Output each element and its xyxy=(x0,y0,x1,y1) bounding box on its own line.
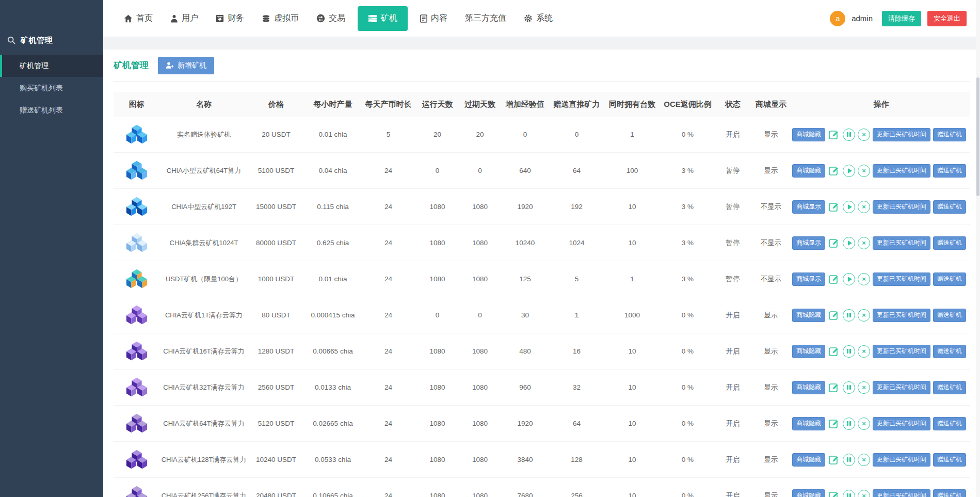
pause-icon[interactable] xyxy=(843,129,855,141)
exp-gain: 125 xyxy=(501,275,550,283)
close-icon[interactable]: × xyxy=(858,129,870,141)
update-bought-time-button[interactable]: 更新已买矿机时间 xyxy=(873,236,930,250)
play-icon[interactable] xyxy=(843,201,855,213)
mall-toggle-button[interactable]: 商城隐藏 xyxy=(792,164,825,178)
gift-miner-button[interactable]: 赠送矿机 xyxy=(933,164,966,178)
gift-miner-button[interactable]: 赠送矿机 xyxy=(933,453,966,467)
add-miner-button[interactable]: 新增矿机 xyxy=(158,57,214,74)
nav-home[interactable]: 首页 xyxy=(119,6,158,31)
play-icon[interactable] xyxy=(843,165,855,177)
gift-miner-button[interactable]: 赠送矿机 xyxy=(933,272,966,286)
mall-toggle-button[interactable]: 商城显示 xyxy=(792,200,825,214)
edit-icon[interactable] xyxy=(828,345,840,358)
close-icon[interactable]: × xyxy=(858,381,870,394)
update-bought-time-button[interactable]: 更新已买矿机时间 xyxy=(873,345,930,358)
close-icon[interactable]: × xyxy=(858,201,870,213)
oce-rate: 0 % xyxy=(661,492,715,497)
close-icon[interactable]: × xyxy=(858,165,870,177)
gift-miner-button[interactable]: 赠送矿机 xyxy=(933,309,966,322)
play-icon[interactable] xyxy=(843,273,855,285)
max-owned: 10 xyxy=(604,456,661,463)
pause-icon[interactable] xyxy=(843,418,855,430)
sidebar-item-bought-miner-list[interactable]: 购买矿机列表 xyxy=(0,77,103,99)
update-bought-time-button[interactable]: 更新已买矿机时间 xyxy=(873,272,930,286)
gift-miner-button[interactable]: 赠送矿机 xyxy=(933,128,966,141)
edit-icon[interactable] xyxy=(828,165,840,177)
update-bought-time-button[interactable]: 更新已买矿机时间 xyxy=(873,164,930,178)
edit-icon[interactable] xyxy=(828,201,840,213)
table-row: CHIA小型云矿机64T算力 5100 USDT 0.04 chia 24 0 … xyxy=(114,153,970,189)
max-owned: 10 xyxy=(604,347,661,355)
expire-days: 0 xyxy=(459,167,501,174)
exp-gain: 0 xyxy=(501,131,550,138)
pause-icon[interactable] xyxy=(843,490,855,497)
mall-toggle-button[interactable]: 商城隐藏 xyxy=(792,309,825,322)
mall-toggle-button[interactable]: 商城显示 xyxy=(792,236,825,250)
nav-virtual-coin[interactable]: 虚拟币 xyxy=(256,6,304,31)
update-bought-time-button[interactable]: 更新已买矿机时间 xyxy=(873,128,930,141)
gift-miner-button[interactable]: 赠送矿机 xyxy=(933,417,966,430)
gift-miner-button[interactable]: 赠送矿机 xyxy=(933,489,966,497)
edit-icon[interactable] xyxy=(828,381,840,394)
nav-trade[interactable]: 交易 xyxy=(311,6,350,31)
scrollbar-thumb[interactable] xyxy=(976,77,979,196)
nav-finance[interactable]: ¥ 财务 xyxy=(211,6,249,31)
hourly-output: 0.01 chia xyxy=(304,131,361,138)
mall-toggle-button[interactable]: 商城隐藏 xyxy=(792,345,825,358)
gift-miner-button[interactable]: 赠送矿机 xyxy=(933,345,966,358)
mall-toggle-button[interactable]: 商城隐藏 xyxy=(792,381,825,394)
close-icon[interactable]: × xyxy=(858,273,870,285)
close-icon[interactable]: × xyxy=(858,490,870,497)
page-title: 矿机管理 xyxy=(114,59,149,71)
logout-button[interactable]: 安全退出 xyxy=(927,11,967,26)
mall-toggle-button[interactable]: 商城隐藏 xyxy=(792,417,825,430)
nav-content[interactable]: 内容 xyxy=(415,6,453,31)
edit-icon[interactable] xyxy=(828,454,840,466)
edit-icon[interactable] xyxy=(828,129,840,141)
mall-toggle-button[interactable]: 商城隐藏 xyxy=(792,128,825,141)
edit-icon[interactable] xyxy=(828,418,840,430)
avatar[interactable]: a xyxy=(830,11,845,26)
exchange-icon xyxy=(316,14,325,23)
nav-miner[interactable]: 矿机 xyxy=(358,6,408,31)
close-icon[interactable]: × xyxy=(858,345,870,358)
gift-miner-button[interactable]: 赠送矿机 xyxy=(933,200,966,214)
table-row: CHIA云矿机1T满存云算力 80 USDT 0.000415 chia 24 … xyxy=(114,297,970,333)
edit-icon[interactable] xyxy=(828,490,840,497)
pause-icon[interactable] xyxy=(843,381,855,394)
edit-icon[interactable] xyxy=(828,309,840,322)
sidebar-item-miner-manage[interactable]: 矿机管理 xyxy=(0,55,103,77)
nav-third-party-recharge[interactable]: 第三方充值 xyxy=(460,6,511,31)
miner-name: CHIA集群云矿机1024T xyxy=(160,238,248,248)
status-text: 暂停 xyxy=(715,238,751,248)
close-icon[interactable]: × xyxy=(858,237,870,249)
update-bought-time-button[interactable]: 更新已买矿机时间 xyxy=(873,453,930,467)
close-icon[interactable]: × xyxy=(858,454,870,466)
update-bought-time-button[interactable]: 更新已买矿机时间 xyxy=(873,381,930,394)
update-bought-time-button[interactable]: 更新已买矿机时间 xyxy=(873,200,930,214)
update-bought-time-button[interactable]: 更新已买矿机时间 xyxy=(873,309,930,322)
pause-icon[interactable] xyxy=(843,345,855,358)
nav-user[interactable]: 用户 xyxy=(165,6,203,31)
clear-cache-button[interactable]: 清除缓存 xyxy=(882,11,921,26)
oce-rate: 0 % xyxy=(661,311,715,319)
mall-toggle-button[interactable]: 商城隐藏 xyxy=(792,489,825,497)
gift-miner-button[interactable]: 赠送矿机 xyxy=(933,381,966,394)
search-icon[interactable] xyxy=(7,36,15,44)
sidebar-item-gift-miner-list[interactable]: 赠送矿机列表 xyxy=(0,99,103,121)
update-bought-time-button[interactable]: 更新已买矿机时间 xyxy=(873,489,930,497)
expire-days: 1080 xyxy=(459,275,501,283)
pause-icon[interactable] xyxy=(843,309,855,322)
mall-toggle-button[interactable]: 商城显示 xyxy=(792,272,825,286)
gift-miner-button[interactable]: 赠送矿机 xyxy=(933,236,966,250)
vertical-scrollbar[interactable] xyxy=(976,0,980,497)
edit-icon[interactable] xyxy=(828,237,840,249)
edit-icon[interactable] xyxy=(828,273,840,285)
close-icon[interactable]: × xyxy=(858,418,870,430)
pause-icon[interactable] xyxy=(843,454,855,466)
close-icon[interactable]: × xyxy=(858,309,870,322)
nav-system[interactable]: 系统 xyxy=(519,6,558,31)
mall-toggle-button[interactable]: 商城隐藏 xyxy=(792,453,825,467)
update-bought-time-button[interactable]: 更新已买矿机时间 xyxy=(873,417,930,430)
play-icon[interactable] xyxy=(843,237,855,249)
